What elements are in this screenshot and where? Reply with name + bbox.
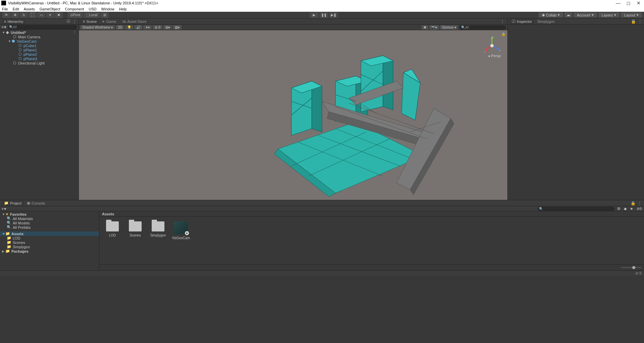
scene-viewport[interactable]: y z x ◂ Persp 🔒 <box>79 30 507 200</box>
asset-scenes[interactable]: Scenes <box>128 221 143 260</box>
project-breadcrumb[interactable]: Assets <box>99 211 644 217</box>
inspector-tab[interactable]: ⓘ Inspector <box>510 18 534 24</box>
gameobject-icon: ⬡ <box>13 35 17 39</box>
scene-search[interactable]: 🔍 All <box>459 25 506 30</box>
scale-tool[interactable]: ⛶ <box>29 12 37 18</box>
project-menu-icon[interactable]: ⋮ <box>637 201 643 206</box>
simplygon-tab[interactable]: Simplygon <box>535 19 556 24</box>
tool-dropdown-1[interactable]: ✖ <box>422 25 428 30</box>
menu-file[interactable]: File <box>2 7 8 11</box>
grid-toggle[interactable]: ⊞▾ <box>163 25 172 30</box>
asset-simplygon[interactable]: Simplygon <box>150 221 166 260</box>
menu-component[interactable]: Component <box>65 7 84 11</box>
rotate-tool[interactable]: ↻ <box>20 12 28 18</box>
favorites-all-models[interactable]: 🔍All Models <box>0 221 99 225</box>
scene-menu-icon[interactable]: ⋮ <box>73 30 79 35</box>
favorites-header[interactable]: ▼★Favorites <box>0 212 99 216</box>
project-tree: ▼★Favorites 🔍All Materials 🔍All Models 🔍… <box>0 211 99 270</box>
tools-toggle[interactable]: ▥▾ <box>173 25 182 30</box>
hierarchy-item-pcube1[interactable]: ⬡pCube1 <box>0 43 79 48</box>
viewport-lock-icon[interactable]: 🔒 <box>501 32 505 36</box>
lod-folder[interactable]: 📁LOD <box>0 236 99 240</box>
menu-usd[interactable]: USD <box>89 7 96 11</box>
create-dropdown[interactable]: +▾ <box>1 25 6 30</box>
menu-edit[interactable]: Edit <box>13 7 19 11</box>
layers-dropdown[interactable]: Layers ▾ <box>598 12 620 17</box>
lighting-toggle[interactable]: 💡 <box>125 25 133 30</box>
step-button[interactable]: ▶❚ <box>329 12 338 18</box>
cloud-button[interactable]: ☁ <box>564 12 572 17</box>
rect-tool[interactable]: ▭ <box>37 12 45 18</box>
hierarchy-item-main-camera[interactable]: ⬡Main Camera <box>0 35 79 39</box>
favorites-all-prefabs[interactable]: 🔍All Prefabs <box>0 225 99 229</box>
scene-row[interactable]: ▼ ◈ Untitled* ⋮ <box>0 30 79 35</box>
transform-tool[interactable]: ✦ <box>46 12 54 18</box>
hidden-toggle[interactable]: ⊘0 <box>153 25 162 30</box>
local-toggle[interactable]: ⬚ Local <box>84 12 100 18</box>
hierarchy-menu-icon[interactable]: ⋮ <box>72 19 77 24</box>
filter-icon-2[interactable]: ◆ <box>623 207 628 211</box>
hierarchy-item-pplane2[interactable]: ⬡pPlane2 <box>0 52 79 56</box>
scene-tab-menu-icon[interactable]: ⋮ <box>499 19 506 24</box>
pause-button[interactable]: ❚❚ <box>319 12 328 18</box>
hierarchy-tab[interactable]: ≡ Hierarchy <box>2 19 26 24</box>
hierarchy-item-pplane3[interactable]: ⬡pPlane3 <box>0 56 79 61</box>
inspector-menu-icon[interactable]: ⋮ <box>638 19 642 24</box>
account-dropdown[interactable]: Account ▾ <box>574 12 597 17</box>
filter-icon-1[interactable]: ⚙ <box>616 207 622 211</box>
minimize-button[interactable]: — <box>616 0 621 6</box>
filter-icon-3[interactable]: ★ <box>629 207 634 211</box>
simplygon-folder[interactable]: 📁Simplygon <box>0 245 99 249</box>
fx-toggle[interactable]: ✦▾ <box>143 25 152 30</box>
project-panel: 📁 Project ▣ Console 🔒 ⋮ +▾ 🔍 ⚙ ◆ ★ ⊘9 ▼★… <box>0 200 644 270</box>
menu-assets[interactable]: Assets <box>24 7 35 11</box>
scene-tab[interactable]: # Scene <box>80 19 99 24</box>
svg-marker-37 <box>485 48 488 52</box>
hierarchy-item-directional-light[interactable]: ⬡Directional Light <box>0 61 79 65</box>
menu-window[interactable]: Window <box>101 7 114 11</box>
move-tool[interactable]: ✥ <box>11 12 19 18</box>
asset-store-tab[interactable]: 🛍 Asset Store <box>119 19 149 24</box>
asset-visgeocam[interactable]: VisGeoCam <box>173 221 189 260</box>
packages-folder[interactable]: ▶📁Packages <box>0 249 99 253</box>
close-button[interactable]: ✕ <box>637 0 641 6</box>
status-hidden-icon[interactable]: ⊘ 9 <box>635 271 641 275</box>
project-search[interactable]: 🔍 <box>538 207 615 211</box>
project-tab[interactable]: 📁 Project <box>1 201 24 206</box>
maximize-button[interactable]: ◻ <box>627 0 631 6</box>
project-create-dropdown[interactable]: +▾ <box>1 206 6 211</box>
asset-lod[interactable]: LOD <box>105 221 120 260</box>
hierarchy-tree: ▼ ◈ Untitled* ⋮ ⬡Main Camera ▼⬢VisGeoCam… <box>0 30 79 200</box>
menu-help[interactable]: Help <box>119 7 127 11</box>
console-tab[interactable]: ▣ Console <box>24 201 48 206</box>
hidden-items-icon[interactable]: ⊘9 <box>636 207 643 211</box>
project-lock-icon[interactable]: 🔒 <box>630 201 637 206</box>
favorites-all-materials[interactable]: 🔍All Materials <box>0 216 99 221</box>
inspector-lock-icon[interactable]: 🔒 <box>631 19 636 24</box>
snap-toggle[interactable]: ⊞ <box>101 12 109 18</box>
scenes-folder[interactable]: 📁Scenes <box>0 240 99 245</box>
hierarchy-lock-icon[interactable]: ⦿ <box>66 19 70 24</box>
hierarchy-item-visgeocam[interactable]: ▼⬢VisGeoCam <box>0 39 79 43</box>
perspective-label[interactable]: ◂ Persp <box>488 54 501 58</box>
hierarchy-search[interactable]: 🔍 All <box>8 25 77 29</box>
2d-toggle[interactable]: 2D <box>116 25 124 30</box>
menu-gameobject[interactable]: GameObject <box>40 7 60 11</box>
gizmos-dropdown[interactable]: Gizmos ▾ <box>440 25 458 30</box>
custom-tool[interactable]: ✖ <box>55 12 63 18</box>
collab-dropdown[interactable]: ◆ Collab ▾ <box>539 12 563 17</box>
gameobject-icon: ⬡ <box>18 48 22 52</box>
gameobject-icon: ⬡ <box>18 44 22 48</box>
play-button[interactable]: ▶ <box>310 12 318 18</box>
pivot-toggle[interactable]: ⊙ Pivot <box>67 12 83 18</box>
shading-mode-dropdown[interactable]: Shaded Wireframe ▾ <box>80 25 115 30</box>
hand-tool[interactable]: 👁 <box>2 12 10 18</box>
hierarchy-item-pplane1[interactable]: ⬡pPlane1 <box>0 48 79 52</box>
game-tab[interactable]: ▸ Game <box>100 19 119 24</box>
layout-dropdown[interactable]: Layout ▾ <box>621 12 642 17</box>
audio-toggle[interactable]: 🔊 <box>134 25 142 30</box>
camera-dropdown[interactable]: 📷▾ <box>429 25 439 30</box>
scene-panel: # Scene ▸ Game 🛍 Asset Store ⋮ Shaded Wi… <box>79 18 507 200</box>
assets-folder[interactable]: ▼📁Assets <box>0 231 99 236</box>
thumbnail-size-slider[interactable] <box>621 267 641 268</box>
